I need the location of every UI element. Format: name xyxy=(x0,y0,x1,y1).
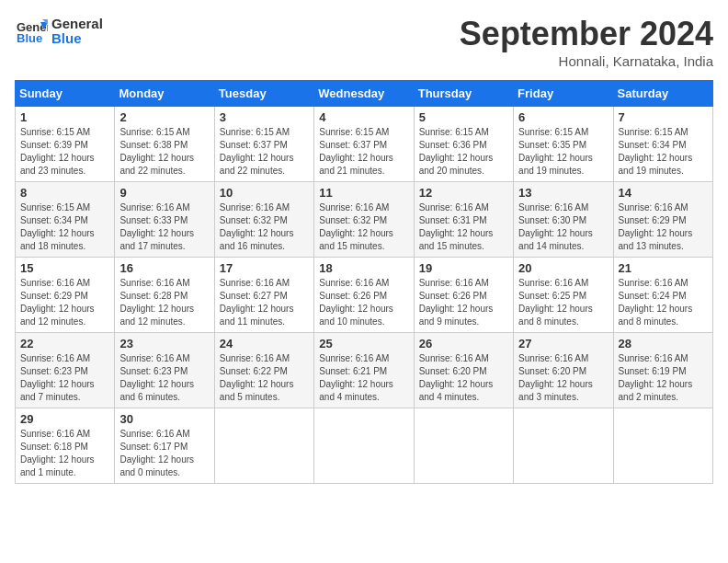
sunrise-label: Sunrise: 6:16 AM xyxy=(518,278,588,288)
calendar-day-cell: 15 Sunrise: 6:16 AM Sunset: 6:29 PM Dayl… xyxy=(16,258,115,333)
day-number: 11 xyxy=(319,186,408,200)
sunset-label: Sunset: 6:25 PM xyxy=(518,291,586,301)
day-info: Sunrise: 6:16 AM Sunset: 6:23 PM Dayligh… xyxy=(20,352,109,404)
sunrise-label: Sunrise: 6:16 AM xyxy=(20,353,90,363)
sunset-label: Sunset: 6:32 PM xyxy=(319,215,387,225)
sunset-label: Sunset: 6:33 PM xyxy=(119,215,188,225)
calendar-day-cell: 9 Sunrise: 6:16 AM Sunset: 6:33 PM Dayli… xyxy=(115,182,214,258)
sunrise-label: Sunrise: 6:16 AM xyxy=(419,278,489,288)
day-info: Sunrise: 6:16 AM Sunset: 6:28 PM Dayligh… xyxy=(119,277,209,328)
weekday-header-cell: Saturday xyxy=(613,81,712,107)
sunset-label: Sunset: 6:37 PM xyxy=(220,140,288,150)
daylight-label: Daylight: 12 hours and 12 minutes. xyxy=(20,304,95,327)
day-number: 18 xyxy=(319,261,408,275)
sunrise-label: Sunrise: 6:16 AM xyxy=(119,429,189,439)
daylight-label: Daylight: 12 hours and 8 minutes. xyxy=(619,304,693,327)
day-number: 1 xyxy=(20,110,109,124)
day-info: Sunrise: 6:16 AM Sunset: 6:25 PM Dayligh… xyxy=(518,277,608,328)
day-number: 17 xyxy=(220,261,309,275)
day-number: 23 xyxy=(119,337,209,350)
day-number: 24 xyxy=(220,337,309,350)
sunrise-label: Sunrise: 6:15 AM xyxy=(319,127,389,137)
day-number: 12 xyxy=(419,186,508,200)
day-info: Sunrise: 6:16 AM Sunset: 6:30 PM Dayligh… xyxy=(518,201,608,253)
daylight-label: Daylight: 12 hours and 7 minutes. xyxy=(20,379,95,402)
daylight-label: Daylight: 12 hours and 4 minutes. xyxy=(319,379,393,402)
day-info: Sunrise: 6:16 AM Sunset: 6:19 PM Dayligh… xyxy=(619,352,708,404)
day-info: Sunrise: 6:16 AM Sunset: 6:29 PM Dayligh… xyxy=(20,277,109,328)
daylight-label: Daylight: 12 hours and 8 minutes. xyxy=(518,304,593,327)
sunset-label: Sunset: 6:30 PM xyxy=(518,215,586,225)
day-info: Sunrise: 6:15 AM Sunset: 6:34 PM Dayligh… xyxy=(619,126,708,178)
day-info: Sunrise: 6:15 AM Sunset: 6:36 PM Dayligh… xyxy=(419,126,508,178)
sunset-label: Sunset: 6:37 PM xyxy=(319,140,387,150)
day-info: Sunrise: 6:15 AM Sunset: 6:39 PM Dayligh… xyxy=(20,126,109,178)
calendar-table: SundayMondayTuesdayWednesdayThursdayFrid… xyxy=(15,80,713,484)
day-number: 14 xyxy=(619,186,708,200)
day-info: Sunrise: 6:15 AM Sunset: 6:37 PM Dayligh… xyxy=(220,126,309,178)
sunrise-label: Sunrise: 6:16 AM xyxy=(220,353,290,363)
calendar-day-cell xyxy=(514,408,613,484)
day-info: Sunrise: 6:16 AM Sunset: 6:32 PM Dayligh… xyxy=(220,201,309,253)
weekday-header-row: SundayMondayTuesdayWednesdayThursdayFrid… xyxy=(16,81,713,107)
calendar-week-row: 22 Sunrise: 6:16 AM Sunset: 6:23 PM Dayl… xyxy=(16,333,713,408)
sunrise-label: Sunrise: 6:16 AM xyxy=(319,202,389,213)
day-number: 2 xyxy=(119,110,209,124)
calendar-day-cell: 19 Sunrise: 6:16 AM Sunset: 6:26 PM Dayl… xyxy=(414,258,513,333)
day-number: 9 xyxy=(119,186,209,200)
weekday-header-cell: Friday xyxy=(514,81,613,107)
calendar-week-row: 29 Sunrise: 6:16 AM Sunset: 6:18 PM Dayl… xyxy=(16,408,713,484)
sunrise-label: Sunrise: 6:16 AM xyxy=(20,429,90,439)
sunset-label: Sunset: 6:32 PM xyxy=(220,215,288,225)
day-number: 25 xyxy=(319,337,408,350)
sunrise-label: Sunrise: 6:15 AM xyxy=(20,127,90,137)
day-number: 13 xyxy=(518,186,608,200)
day-info: Sunrise: 6:16 AM Sunset: 6:33 PM Dayligh… xyxy=(119,201,209,253)
calendar-day-cell: 5 Sunrise: 6:15 AM Sunset: 6:36 PM Dayli… xyxy=(414,107,513,182)
calendar-day-cell: 8 Sunrise: 6:15 AM Sunset: 6:34 PM Dayli… xyxy=(16,182,115,258)
calendar-day-cell: 17 Sunrise: 6:16 AM Sunset: 6:27 PM Dayl… xyxy=(214,258,313,333)
calendar-day-cell: 28 Sunrise: 6:16 AM Sunset: 6:19 PM Dayl… xyxy=(613,333,712,408)
calendar-day-cell: 7 Sunrise: 6:15 AM Sunset: 6:34 PM Dayli… xyxy=(613,107,712,182)
day-info: Sunrise: 6:16 AM Sunset: 6:32 PM Dayligh… xyxy=(319,201,408,253)
sunrise-label: Sunrise: 6:15 AM xyxy=(20,202,90,213)
day-number: 21 xyxy=(619,261,708,275)
sunset-label: Sunset: 6:29 PM xyxy=(619,215,687,225)
day-number: 6 xyxy=(518,110,608,124)
sunrise-label: Sunrise: 6:16 AM xyxy=(619,202,688,213)
calendar-day-cell: 4 Sunrise: 6:15 AM Sunset: 6:37 PM Dayli… xyxy=(314,107,414,182)
logo-icon: General Blue xyxy=(15,15,48,48)
sunset-label: Sunset: 6:23 PM xyxy=(119,366,188,376)
day-number: 4 xyxy=(319,110,408,124)
sunset-label: Sunset: 6:20 PM xyxy=(419,366,487,376)
daylight-label: Daylight: 12 hours and 20 minutes. xyxy=(419,153,494,176)
sunrise-label: Sunrise: 6:16 AM xyxy=(619,353,688,363)
daylight-label: Daylight: 12 hours and 13 minutes. xyxy=(619,228,693,251)
sunset-label: Sunset: 6:34 PM xyxy=(619,140,687,150)
calendar-week-row: 1 Sunrise: 6:15 AM Sunset: 6:39 PM Dayli… xyxy=(16,107,713,182)
calendar-day-cell: 26 Sunrise: 6:16 AM Sunset: 6:20 PM Dayl… xyxy=(414,333,513,408)
sunset-label: Sunset: 6:39 PM xyxy=(20,140,88,150)
sunset-label: Sunset: 6:21 PM xyxy=(319,366,387,376)
daylight-label: Daylight: 12 hours and 23 minutes. xyxy=(20,153,95,176)
calendar-week-row: 8 Sunrise: 6:15 AM Sunset: 6:34 PM Dayli… xyxy=(16,182,713,258)
daylight-label: Daylight: 12 hours and 22 minutes. xyxy=(119,153,194,176)
daylight-label: Daylight: 12 hours and 14 minutes. xyxy=(518,228,593,251)
calendar-body: 1 Sunrise: 6:15 AM Sunset: 6:39 PM Dayli… xyxy=(16,107,713,484)
daylight-label: Daylight: 12 hours and 6 minutes. xyxy=(119,379,194,402)
sunrise-label: Sunrise: 6:16 AM xyxy=(220,278,290,288)
sunset-label: Sunset: 6:35 PM xyxy=(518,140,586,150)
sunset-label: Sunset: 6:23 PM xyxy=(20,366,88,376)
calendar-day-cell: 30 Sunrise: 6:16 AM Sunset: 6:17 PM Dayl… xyxy=(115,408,214,484)
day-number: 7 xyxy=(619,110,708,124)
sunset-label: Sunset: 6:27 PM xyxy=(220,291,288,301)
day-number: 30 xyxy=(119,412,209,426)
sunrise-label: Sunrise: 6:15 AM xyxy=(220,127,290,137)
weekday-header-cell: Tuesday xyxy=(214,81,313,107)
day-info: Sunrise: 6:16 AM Sunset: 6:18 PM Dayligh… xyxy=(20,428,109,479)
calendar-day-cell: 13 Sunrise: 6:16 AM Sunset: 6:30 PM Dayl… xyxy=(514,182,613,258)
weekday-header-cell: Sunday xyxy=(16,81,115,107)
day-number: 16 xyxy=(119,261,209,275)
calendar-day-cell: 6 Sunrise: 6:15 AM Sunset: 6:35 PM Dayli… xyxy=(514,107,613,182)
day-number: 26 xyxy=(419,337,508,350)
